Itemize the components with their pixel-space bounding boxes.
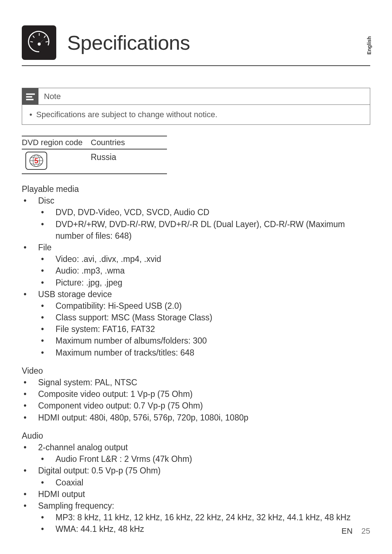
note-box: Note Specifications are subject to chang…	[22, 88, 370, 125]
note-header: Note	[22, 88, 370, 104]
list-item: Video: .avi, .divx, .mp4, .xvid	[38, 253, 370, 265]
disc-label: Disc	[38, 196, 54, 205]
svg-rect-6	[26, 93, 34, 95]
usb-label: USB storage device	[38, 290, 112, 299]
region-code-globe-icon: 5	[25, 152, 47, 170]
list-item: Maximum number of albums/folders: 300	[38, 335, 370, 346]
table-row: 5 Russia	[22, 149, 167, 174]
audio-analog-label: 2-channel analog output	[38, 443, 128, 452]
list-item: Compatibility: Hi-Speed USB (2.0)	[38, 300, 370, 312]
svg-rect-7	[26, 96, 32, 98]
list-item: Signal system: PAL, NTSC	[22, 377, 370, 388]
page-title: Specifications	[67, 31, 190, 54]
list-item: File system: FAT16, FAT32	[38, 323, 370, 335]
list-item: MP3: 8 kHz, 11 kHz, 12 kHz, 16 kHz, 22 k…	[38, 512, 370, 523]
list-item: Audio Front L&R : 2 Vrms (47k Ohm)	[38, 453, 370, 465]
note-label: Note	[44, 92, 61, 101]
list-item: Composite video output: 1 Vp-p (75 Ohm)	[22, 388, 370, 400]
file-label: File	[38, 243, 52, 252]
audio-sampling-label: Sampling frequency:	[38, 501, 114, 510]
svg-point-5	[37, 42, 40, 45]
page-footer: EN 25	[342, 526, 370, 536]
region-table: DVD region code Countries 5 Russia	[22, 136, 167, 174]
region-country: Russia	[91, 152, 116, 162]
page-header: Specifications	[22, 0, 370, 66]
list-item: Disc DVD, DVD-Video, VCD, SVCD, Audio CD…	[22, 195, 370, 242]
list-item: DVD, DVD-Video, VCD, SVCD, Audio CD	[38, 206, 370, 218]
list-item: Component video output: 0.7 Vp-p (75 Ohm…	[22, 400, 370, 411]
audio-title: Audio	[22, 430, 370, 442]
list-item: DVD+R/+RW, DVD-R/-RW, DVD+R/-R DL (Dual …	[38, 218, 370, 242]
list-item: Class support: MSC (Mass Storage Class)	[38, 312, 370, 323]
footer-lang: EN	[342, 526, 353, 535]
note-icon	[22, 88, 38, 104]
list-item: WMA: 44.1 kHz, 48 kHz	[38, 523, 370, 535]
list-item: USB storage device Compatibility: Hi-Spe…	[22, 288, 370, 358]
speedometer-icon	[22, 25, 56, 60]
region-number: 5	[34, 157, 38, 165]
table-header-region: DVD region code	[22, 138, 91, 147]
language-tab: English	[366, 36, 372, 55]
note-body-text: Specifications are subject to change wit…	[29, 110, 217, 119]
footer-page-number: 25	[362, 526, 370, 535]
spec-content: Playable media Disc DVD, DVD-Video, VCD,…	[22, 183, 370, 535]
table-header-countries: Countries	[91, 138, 125, 147]
svg-line-4	[45, 41, 48, 42]
svg-line-2	[44, 36, 45, 38]
playable-media-title: Playable media	[22, 183, 370, 195]
svg-line-3	[30, 41, 33, 42]
list-item: File Video: .avi, .divx, .mp4, .xvid Aud…	[22, 242, 370, 288]
list-item: 2-channel analog output Audio Front L&R …	[22, 442, 370, 465]
note-body: Specifications are subject to change wit…	[22, 104, 370, 124]
list-item: Audio: .mp3, .wma	[38, 265, 370, 276]
list-item: Coaxial	[38, 477, 370, 488]
list-item: Maximum number of tracks/titles: 648	[38, 347, 370, 358]
list-item: Sampling frequency: MP3: 8 kHz, 11 kHz, …	[22, 500, 370, 535]
svg-line-1	[33, 36, 34, 38]
svg-rect-8	[26, 99, 33, 100]
list-item: HDMI output: 480i, 480p, 576i, 576p, 720…	[22, 412, 370, 423]
list-item: HDMI output	[22, 488, 370, 500]
table-header-row: DVD region code Countries	[22, 136, 167, 149]
list-item: Picture: .jpg, .jpeg	[38, 277, 370, 288]
video-title: Video	[22, 365, 370, 377]
list-item: Digital output: 0.5 Vp-p (75 Ohm) Coaxia…	[22, 465, 370, 488]
audio-digital-label: Digital output: 0.5 Vp-p (75 Ohm)	[38, 466, 161, 475]
